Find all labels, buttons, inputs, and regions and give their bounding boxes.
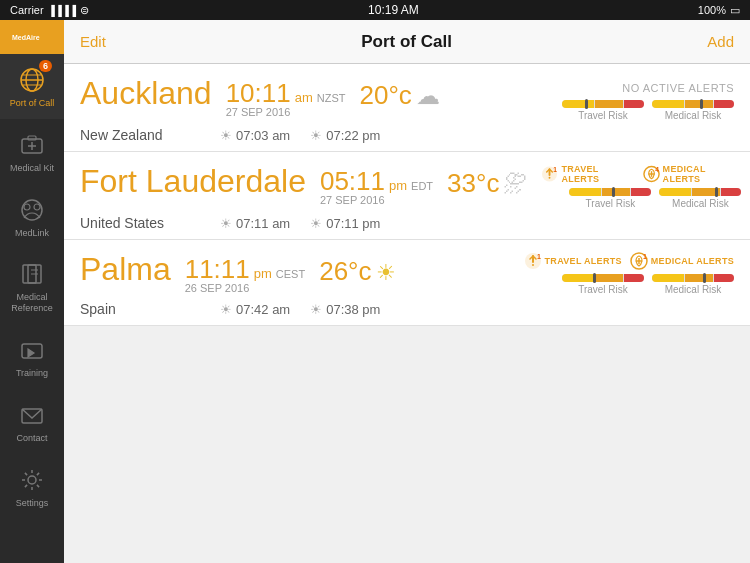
medical-alert-badge: 1 MEDICAL ALERTS <box>630 252 734 270</box>
port-temp: 33°c <box>447 168 499 199</box>
travel-risk-label: Travel Risk <box>578 110 628 121</box>
sidebar-item-label: Medical Reference <box>0 292 64 314</box>
sidebar-item-training[interactable]: Training <box>0 324 64 389</box>
port-alerts: 1 TRAVEL ALERTS 1 <box>524 252 734 295</box>
risk-bars: Travel Risk <box>569 188 741 209</box>
training-icon <box>16 334 48 366</box>
partly-cloudy-icon: ⛈ <box>503 170 527 198</box>
wifi-icon: ⊜ <box>80 4 89 17</box>
sidebar-item-contact[interactable]: Contact <box>0 389 64 454</box>
travel-alert-text: TRAVEL ALERTS <box>545 256 622 266</box>
port-temp-block: 20°c ☁ <box>360 80 440 111</box>
medical-kit-icon <box>16 129 48 161</box>
travel-alert-badge: 1 TRAVEL ALERTS <box>524 252 622 270</box>
svg-point-29 <box>532 264 534 266</box>
sidebar-item-label: MedLink <box>15 228 49 239</box>
sunny-icon: ☀ <box>376 260 396 286</box>
svg-text:MedAire: MedAire <box>12 34 40 41</box>
port-sun-times: ☀ 07:42 am ☀ 07:38 pm <box>220 302 380 317</box>
alert-badges: 1 TRAVEL ALERTS 4 <box>541 164 741 184</box>
medical-risk-label: Medical Risk <box>665 284 722 295</box>
risk-bars: Travel Risk <box>562 274 734 295</box>
port-item-fort-lauderdale[interactable]: Fort Lauderdale 05:11 pm EDT 27 SEP 2016… <box>64 152 750 240</box>
sidebar-item-settings[interactable]: Settings <box>0 454 64 519</box>
port-date: 27 SEP 2016 <box>320 194 433 206</box>
medical-risk-bar: Medical Risk <box>659 188 741 209</box>
medaire-logo: MedAire <box>0 20 64 54</box>
status-bar-left: Carrier ▐▐▐▐ ⊜ <box>10 4 89 17</box>
cloud-icon: ☁ <box>416 82 440 110</box>
carrier-label: Carrier <box>10 4 44 16</box>
travel-risk-bar: Travel Risk <box>562 274 644 295</box>
port-date: 27 SEP 2016 <box>226 106 346 118</box>
sidebar: MedAire 6 Port of Call <box>0 20 64 563</box>
port-time-ampm: am <box>295 90 313 105</box>
sidebar-item-label: Contact <box>16 433 47 444</box>
port-time-tz: NZST <box>317 92 346 104</box>
port-time-block: 05:11 pm EDT 27 SEP 2016 <box>320 168 433 206</box>
sidebar-item-label: Settings <box>16 498 49 509</box>
travel-alert-text: TRAVEL ALERTS <box>561 164 634 184</box>
medical-alert-badge: 4 MEDICAL ALERTS <box>643 164 742 184</box>
port-list: Auckland 10:11 am NZST 27 SEP 2016 20°c … <box>64 64 750 563</box>
sunset-time: 07:11 pm <box>326 216 380 231</box>
svg-text:1: 1 <box>554 166 558 173</box>
svg-point-20 <box>28 476 36 484</box>
port-temp-block: 33°c ⛈ <box>447 168 527 199</box>
sidebar-item-label: Training <box>16 368 48 379</box>
sunrise-time: 07:03 am <box>236 128 290 143</box>
svg-point-22 <box>549 177 551 179</box>
envelope-icon <box>16 399 48 431</box>
no-alerts-label: NO ACTIVE ALERTS <box>622 82 734 94</box>
port-item-palma[interactable]: Palma 11:11 pm CEST 26 SEP 2016 26°c ☀ <box>64 240 750 326</box>
port-country: New Zealand <box>80 127 200 143</box>
travel-risk-label: Travel Risk <box>578 284 628 295</box>
status-bar-time: 10:19 AM <box>368 3 419 17</box>
port-time-block: 10:11 am NZST 27 SEP 2016 <box>226 80 346 118</box>
travel-alert-badge: 1 TRAVEL ALERTS <box>541 164 634 184</box>
signal-icon: ▐▐▐▐ <box>48 5 76 16</box>
travel-risk-label: Travel Risk <box>586 198 636 209</box>
travel-risk-bar: Travel Risk <box>562 100 644 121</box>
gear-icon <box>16 464 48 496</box>
port-sun-times: ☀ 07:11 am ☀ 07:11 pm <box>220 216 380 231</box>
edit-button[interactable]: Edit <box>80 33 106 50</box>
port-alerts: NO ACTIVE ALERTS <box>534 76 734 121</box>
port-sun-times: ☀ 07:03 am ☀ 07:22 pm <box>220 128 380 143</box>
port-temp: 20°c <box>360 80 412 111</box>
svg-point-13 <box>34 204 40 210</box>
port-city: Palma <box>80 252 171 287</box>
sunrise-icon: ☀ <box>220 128 232 143</box>
sidebar-item-medical-reference[interactable]: Medical Reference <box>0 248 64 324</box>
medlink-icon <box>16 194 48 226</box>
sunrise-time: 07:42 am <box>236 302 290 317</box>
port-time-value: 10:11 <box>226 80 291 106</box>
port-of-call-badge: 6 <box>39 60 52 72</box>
sidebar-item-port-of-call[interactable]: 6 Port of Call <box>0 54 64 119</box>
alert-badges: 1 TRAVEL ALERTS 1 <box>524 252 734 270</box>
sunset-icon: ☀ <box>310 128 322 143</box>
medical-risk-bar: Medical Risk <box>652 274 734 295</box>
port-country: United States <box>80 215 200 231</box>
port-time-tz: EDT <box>411 180 433 192</box>
sunrise-time: 07:11 am <box>236 216 290 231</box>
port-city: Fort Lauderdale <box>80 164 306 199</box>
travel-risk-bar: Travel Risk <box>569 188 651 209</box>
sidebar-item-medical-kit[interactable]: Medical Kit <box>0 119 64 184</box>
sunset-time: 07:38 pm <box>326 302 380 317</box>
port-temp-block: 26°c ☀ <box>319 256 395 287</box>
sunrise-icon: ☀ <box>220 216 232 231</box>
port-time-ampm: pm <box>389 178 407 193</box>
svg-text:1: 1 <box>643 253 647 260</box>
medical-risk-bar: Medical Risk <box>652 100 734 121</box>
port-country: Spain <box>80 301 200 317</box>
medical-risk-label: Medical Risk <box>672 198 729 209</box>
sidebar-item-medlink[interactable]: MedLink <box>0 184 64 249</box>
port-time-tz: CEST <box>276 268 305 280</box>
risk-bars: Travel Risk <box>562 100 734 121</box>
port-item-auckland[interactable]: Auckland 10:11 am NZST 27 SEP 2016 20°c … <box>64 64 750 152</box>
sunrise-icon: ☀ <box>220 302 232 317</box>
add-button[interactable]: Add <box>707 33 734 50</box>
medical-alert-text: MEDICAL ALERTS <box>663 164 742 184</box>
nav-title: Port of Call <box>361 32 452 52</box>
